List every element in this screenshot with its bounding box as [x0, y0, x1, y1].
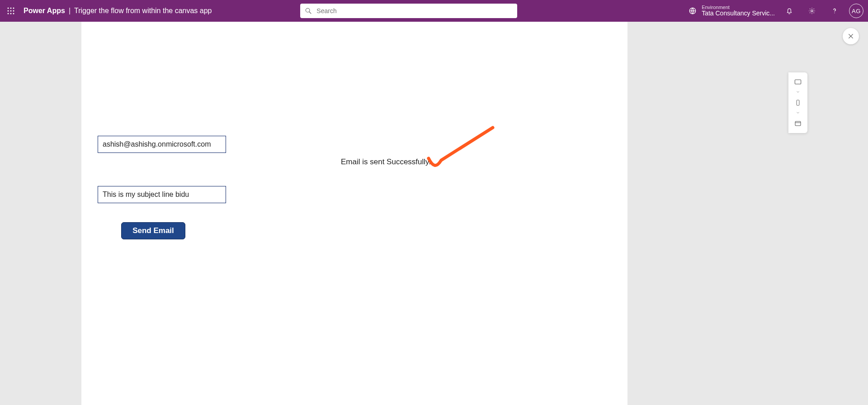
user-avatar[interactable]: AG [849, 4, 863, 18]
help-button[interactable] [826, 3, 843, 19]
environment-icon [688, 6, 697, 15]
settings-button[interactable] [804, 3, 820, 19]
svg-point-4 [10, 10, 12, 12]
svg-point-0 [8, 8, 9, 9]
status-message: Email is sent Successfully. [341, 157, 431, 167]
send-email-button[interactable]: Send Email [121, 222, 185, 239]
preview-stage: Send Email Email is sent Successfully. [0, 22, 868, 405]
bell-icon [785, 7, 793, 15]
environment-label: Environment [702, 5, 775, 10]
chevron-down-icon [795, 110, 801, 116]
svg-point-7 [10, 13, 12, 14]
svg-point-12 [811, 10, 813, 12]
app-launcher-button[interactable] [5, 5, 17, 17]
waffle-icon [7, 7, 15, 15]
search-container [300, 4, 517, 18]
checkmark-annotation-icon [425, 125, 497, 170]
device-preview-panel [788, 72, 807, 133]
window-icon [794, 120, 802, 127]
environment-switcher[interactable]: Environment Tata Consultancy Servic... [688, 5, 775, 17]
notifications-button[interactable] [781, 3, 797, 19]
search-input[interactable] [300, 4, 517, 18]
svg-point-8 [13, 13, 14, 14]
search-icon [305, 7, 312, 14]
email-input[interactable] [98, 136, 226, 153]
device-tablet-landscape-button[interactable] [793, 77, 803, 87]
svg-point-3 [8, 10, 9, 12]
app-title: Trigger the flow from within the canvas … [74, 7, 212, 15]
svg-rect-17 [797, 100, 799, 105]
close-preview-button[interactable] [843, 28, 859, 44]
device-phone-button[interactable] [793, 98, 803, 108]
svg-point-1 [10, 8, 12, 9]
svg-rect-16 [795, 80, 801, 84]
close-icon [847, 33, 854, 40]
svg-line-10 [309, 12, 311, 14]
svg-point-6 [8, 13, 9, 14]
phone-icon [795, 98, 801, 107]
svg-point-13 [834, 13, 835, 14]
chevron-down-icon [795, 90, 801, 95]
app-canvas: Send Email Email is sent Successfully. [81, 22, 627, 405]
avatar-initials: AG [852, 8, 861, 14]
breadcrumb: Power Apps | Trigger the flow from withi… [24, 7, 212, 15]
svg-rect-18 [795, 121, 801, 125]
svg-point-5 [13, 10, 14, 12]
subject-input[interactable] [98, 186, 226, 203]
gear-icon [808, 7, 816, 15]
breadcrumb-separator: | [69, 7, 71, 15]
environment-name: Tata Consultancy Servic... [702, 10, 775, 17]
question-mark-icon [830, 7, 839, 15]
tablet-landscape-icon [793, 78, 802, 86]
device-custom-size-button[interactable] [793, 119, 803, 129]
svg-point-2 [13, 8, 14, 9]
app-header: Power Apps | Trigger the flow from withi… [0, 0, 868, 22]
product-name[interactable]: Power Apps [24, 7, 65, 15]
